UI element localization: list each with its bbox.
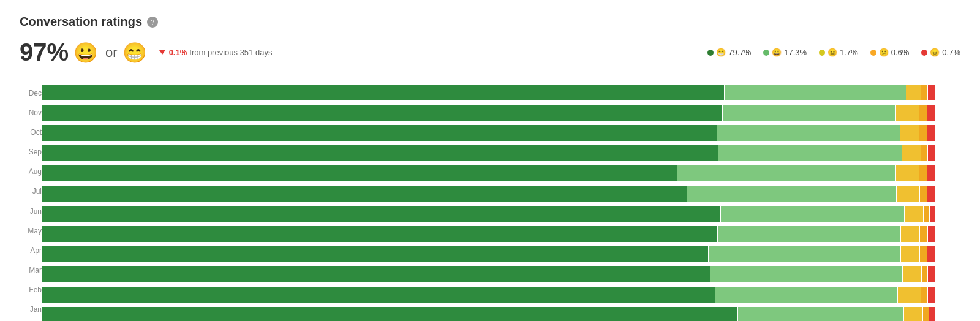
bar-track: [42, 287, 960, 303]
bar-segment: [677, 165, 895, 181]
help-icon[interactable]: ?: [147, 17, 158, 28]
bar-segment: [900, 125, 919, 141]
bar-segment: [710, 266, 903, 282]
legend-emoji: 😁: [716, 48, 726, 57]
bar-track: [42, 186, 960, 202]
bar-segment: [904, 307, 922, 321]
bar-segment: [921, 85, 927, 100]
bar-segment: [901, 246, 919, 262]
legend-item: 😕 0.6%: [870, 48, 910, 57]
bar-segment: [921, 145, 927, 161]
bar-track: [42, 206, 960, 222]
bar-segment: [928, 226, 935, 242]
bar-segment: [928, 85, 935, 100]
bar-segment: [687, 186, 896, 202]
bar-row: [42, 205, 960, 223]
bar-segment: [42, 307, 737, 321]
page-title: Conversation ratings: [20, 15, 142, 29]
bar-segment: [927, 125, 935, 141]
stats-row: 97% 😀 or 😁 0.1% from previous 351 days 😁…: [20, 39, 960, 66]
bar-segment: [709, 246, 900, 262]
bar-segment: [922, 266, 927, 282]
bar-segment: [928, 145, 935, 161]
delta-label: from previous 351 days: [189, 48, 272, 57]
bar-segment: [907, 85, 920, 100]
bar-segment: [717, 125, 900, 141]
bar-segment: [896, 105, 919, 121]
legend-item: 😁 79.7%: [707, 48, 751, 57]
legend-value: 17.3%: [784, 48, 807, 57]
legend-container: 😁 79.7% 😀 17.3% 😐 1.7% 😕 0.6% 😠 0.7%: [707, 48, 960, 57]
bar-segment: [930, 206, 935, 222]
legend-dot: [707, 50, 714, 56]
y-label: Dec: [20, 89, 42, 97]
legend-value: 0.7%: [942, 48, 960, 57]
legend-item: 😀 17.3%: [763, 48, 807, 57]
legend-value: 0.6%: [891, 48, 910, 57]
bar-row: [42, 225, 960, 243]
y-label: Aug: [20, 168, 42, 175]
page-container: Conversation ratings ? 97% 😀 or 😁 0.1% f…: [20, 15, 960, 321]
delta-value: 0.1%: [169, 48, 187, 57]
bar-segment: [42, 125, 717, 141]
bar-row: [42, 184, 960, 203]
bar-segment: [928, 266, 935, 282]
bar-segment: [927, 165, 935, 181]
bar-track: [42, 125, 960, 141]
bar-track: [42, 266, 960, 282]
chart-main: 0%20%40%60%80%10: [42, 83, 960, 321]
bar-row: [42, 164, 960, 183]
bar-segment: [929, 307, 935, 321]
legend-dot: [763, 50, 769, 56]
y-label: Sep: [20, 148, 42, 156]
legend-item: 😠 0.7%: [921, 48, 960, 57]
bars-container: [42, 83, 960, 321]
bar-track: [42, 85, 960, 100]
y-label: Mar: [20, 266, 42, 274]
bar-segment: [923, 307, 929, 321]
bar-segment: [897, 186, 919, 202]
bar-segment: [721, 206, 904, 222]
bar-segment: [921, 287, 927, 303]
bar-segment: [924, 206, 929, 222]
bar-row: [42, 265, 960, 284]
legend-item: 😐 1.7%: [819, 48, 858, 57]
legend-dot: [921, 50, 927, 56]
bar-segment: [42, 266, 710, 282]
bar-segment: [738, 307, 903, 321]
y-label: Oct: [20, 129, 42, 136]
bar-track: [42, 165, 960, 181]
legend-value: 79.7%: [728, 48, 751, 57]
bar-segment: [927, 186, 935, 202]
bar-row: [42, 285, 960, 304]
or-text: or: [105, 45, 118, 61]
bar-segment: [927, 246, 935, 262]
bar-segment: [919, 165, 927, 181]
bar-segment: [42, 206, 720, 222]
y-label: Nov: [20, 109, 42, 116]
legend-emoji: 😀: [772, 48, 782, 57]
legend-dot: [819, 50, 825, 56]
bar-row: [42, 306, 960, 321]
delta-container: 0.1% from previous 351 days: [159, 48, 273, 57]
bar-segment: [42, 105, 722, 121]
bar-segment: [718, 145, 901, 161]
main-stat: 97%: [20, 39, 69, 66]
emoji-very-happy: 😁: [123, 41, 147, 64]
bar-row: [42, 104, 960, 122]
bar-segment: [896, 165, 919, 181]
bar-segment: [718, 226, 900, 242]
bar-track: [42, 307, 960, 321]
bar-segment: [928, 287, 935, 303]
bar-segment: [725, 85, 907, 100]
legend-emoji: 😠: [930, 48, 940, 57]
bar-track: [42, 226, 960, 242]
y-label: Jul: [20, 187, 42, 195]
bar-row: [42, 124, 960, 142]
bar-segment: [42, 246, 708, 262]
bar-row: [42, 144, 960, 162]
bar-track: [42, 246, 960, 262]
bar-segment: [42, 186, 687, 202]
bar-segment: [920, 186, 926, 202]
bar-segment: [42, 145, 718, 161]
